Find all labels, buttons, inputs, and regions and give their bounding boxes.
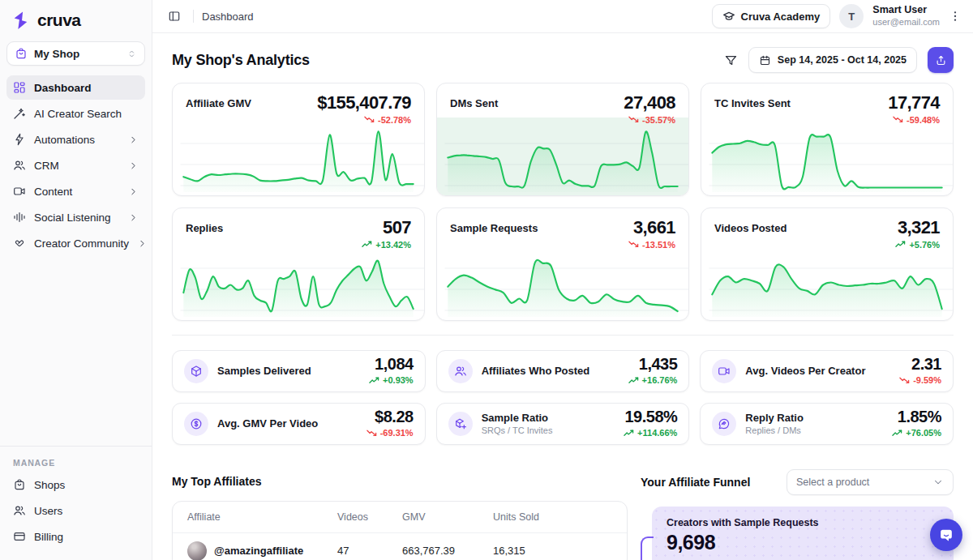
sidebar-item-creator-community[interactable]: Creator Community — [6, 231, 145, 255]
sidebar-item-shops[interactable]: Shops — [6, 472, 145, 497]
cruva-academy-label: Cruva Academy — [741, 11, 821, 23]
change-value: +13.42% — [375, 240, 411, 250]
sidebar-item-dashboard[interactable]: Dashboard — [6, 75, 145, 100]
funnel-stage-label: Creators with Sample Requests — [667, 517, 939, 528]
sidebar-item-crm[interactable]: CRM — [6, 153, 145, 177]
metric-card-avg-gmv-per-video[interactable]: Avg. GMV Per Video$8.28-69.31% — [172, 403, 426, 445]
cell-gmv: 663,767.39 — [402, 545, 493, 557]
stat-card-metrics: 3,661-13.51% — [628, 218, 675, 251]
metric-text: Affiliates Who Posted — [482, 365, 619, 378]
affiliate-handle: @amazingaffiliate — [214, 545, 303, 557]
sidebar-item-ai-creator-search[interactable]: AI Creator Search — [6, 101, 145, 126]
package-box-icon — [190, 365, 203, 378]
metric-text: Avg. GMV Per Video — [217, 417, 358, 430]
metric-card-reply-ratio[interactable]: Reply RatioReplies / DMs1.85%+76.05% — [700, 403, 954, 445]
stat-card-value: 3,661 — [628, 218, 675, 237]
filter-button[interactable] — [724, 53, 738, 67]
stat-card-videos-posted[interactable]: Videos Posted3,321+5.76% — [701, 207, 954, 321]
column-header-gmv: GMV — [402, 511, 493, 523]
stat-card-affiliate-gmv[interactable]: Affiliate GMV$155,407.79-52.78% — [172, 83, 425, 196]
stat-card-head: Affiliate GMV$155,407.79-52.78% — [173, 83, 424, 126]
page-title: My Shop's Analytics — [172, 52, 310, 69]
metric-value: 2.31 — [899, 356, 941, 373]
funnel-stage-value: 9,698 — [667, 531, 939, 554]
stat-card-title: TC Invites Sent — [714, 93, 791, 109]
chevron-right-icon — [128, 212, 139, 223]
export-button[interactable] — [928, 47, 954, 73]
package-plus-icon — [454, 417, 467, 430]
metric-sublabel: Replies / DMs — [745, 425, 883, 436]
trending-down-icon — [366, 430, 377, 437]
metric-value: $8.28 — [366, 408, 414, 425]
chevron-up-down-icon — [126, 49, 137, 59]
change-badge: -59.48% — [893, 115, 940, 125]
kebab-menu-icon[interactable] — [949, 10, 962, 23]
stat-card-metrics: 507+13.42% — [362, 218, 411, 251]
sidebar-item-label: Social Listening — [34, 212, 120, 224]
chevron-right-icon — [128, 186, 139, 197]
handshake-icon — [13, 237, 26, 250]
funnel-body: Creators with Sample Requests 9,698 — [641, 507, 954, 560]
metric-icon-bubble — [184, 359, 208, 383]
shop-selector[interactable]: My Shop — [6, 41, 145, 66]
cell-videos: 47 — [337, 545, 402, 557]
stat-card-replies[interactable]: Replies507+13.42% — [172, 207, 425, 321]
main-area: Dashboard Cruva Academy T Smart User use… — [152, 0, 973, 560]
cruva-logo-icon — [11, 11, 32, 31]
stat-card-sample-requests[interactable]: Sample Requests3,661-13.51% — [436, 207, 689, 321]
sidebar: cruva My Shop DashboardAI Creator Search… — [0, 0, 152, 560]
metric-metrics: 19.58%+114.66% — [624, 408, 677, 440]
product-select[interactable]: Select a product — [787, 469, 954, 495]
change-value: +5.76% — [909, 240, 940, 250]
metric-card-sample-ratio[interactable]: Sample RatioSRQs / TC Invites19.58%+114.… — [436, 403, 690, 445]
table-row[interactable]: @amazingaffiliate47663,767.3916,315 — [173, 532, 627, 560]
metric-label: Affiliates Who Posted — [482, 365, 619, 378]
metric-card-samples-delivered[interactable]: Samples Delivered1,084+0.93% — [172, 350, 426, 392]
sidebar-toggle-button[interactable] — [164, 6, 185, 27]
trending-down-icon — [628, 116, 639, 123]
product-select-placeholder: Select a product — [796, 477, 869, 488]
stat-card-dms-sent[interactable]: DMs Sent27,408-35.57% — [436, 83, 689, 196]
stat-card-value: 27,408 — [624, 93, 675, 112]
panel-left-icon — [168, 10, 181, 23]
sidebar-item-label: CRM — [34, 160, 120, 172]
metric-card-avg-videos-per-creator[interactable]: Avg. Videos Per Creator2.31-9.59% — [700, 350, 954, 392]
change-badge: +16.76% — [628, 375, 678, 385]
change-value: +114.66% — [637, 428, 677, 438]
sidebar-item-billing[interactable]: Billing — [6, 524, 145, 549]
change-badge: -13.51% — [628, 240, 675, 250]
graduation-cap-icon — [722, 10, 735, 23]
user-menu[interactable]: Smart User user@email.com — [872, 4, 940, 28]
shop-selector-label: My Shop — [34, 48, 120, 60]
stat-card-value: 507 — [362, 218, 411, 237]
funnel-stage-card[interactable]: Creators with Sample Requests 9,698 — [652, 507, 954, 560]
sidebar-item-automations[interactable]: Automations — [6, 127, 145, 152]
sidebar-item-label: Creator Community — [34, 237, 129, 250]
avatar[interactable]: T — [839, 4, 864, 28]
trending-up-icon — [624, 430, 634, 437]
chat-reply-icon — [718, 417, 731, 430]
metric-card-affiliates-who-posted[interactable]: Affiliates Who Posted1,435+16.76% — [436, 350, 690, 392]
cruva-academy-button[interactable]: Cruva Academy — [712, 4, 831, 28]
stat-card-tc-invites-sent[interactable]: TC Invites Sent17,774-59.48% — [701, 83, 954, 196]
change-badge: +13.42% — [362, 240, 411, 250]
sidebar-item-label: Dashboard — [34, 82, 139, 94]
brand-logo[interactable]: cruva — [6, 6, 145, 34]
stat-card-head: DMs Sent27,408-35.57% — [437, 83, 688, 126]
stat-card-metrics: 3,321+5.76% — [895, 218, 940, 251]
metric-value: 1,435 — [628, 356, 678, 373]
chat-launcher-button[interactable] — [930, 519, 962, 551]
date-range-picker[interactable]: Sep 14, 2025 - Oct 14, 2025 — [748, 47, 917, 73]
sidebar-item-content[interactable]: Content — [6, 179, 145, 203]
waveform-icon — [13, 211, 26, 224]
metric-icon-bubble — [448, 412, 473, 436]
stat-card-title: DMs Sent — [450, 93, 498, 109]
change-value: -52.78% — [378, 115, 411, 125]
stat-card-title: Affiliate GMV — [186, 93, 251, 109]
sidebar-item-social-listening[interactable]: Social Listening — [6, 205, 145, 229]
funnel-filter-icon — [724, 53, 738, 67]
sidebar-item-users[interactable]: Users — [6, 498, 145, 523]
change-value: -13.51% — [642, 240, 675, 250]
change-badge: +76.05% — [892, 428, 941, 438]
trending-down-icon — [899, 377, 910, 384]
